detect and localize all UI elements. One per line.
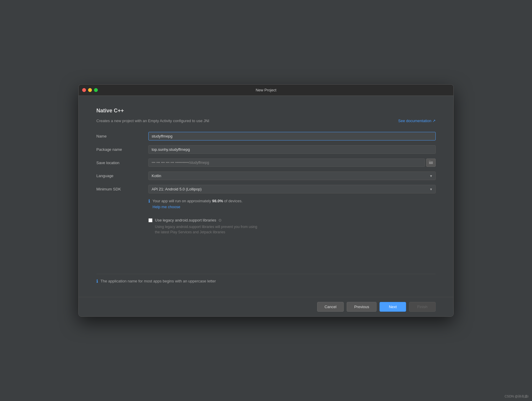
save-location-input[interactable] xyxy=(148,159,425,167)
save-location-wrapper xyxy=(148,159,436,167)
legacy-help-icon[interactable]: ⊙ xyxy=(218,218,222,222)
minimum-sdk-select[interactable]: API 21: Android 5.0 (Lollipop) API 22: A… xyxy=(148,185,436,193)
legacy-checkbox-row: Use legacy android.support libraries ⊙ xyxy=(148,218,436,222)
language-select-wrapper: Kotlin Java ▼ xyxy=(148,172,436,180)
description-row: Creates a new project with an Empty Acti… xyxy=(96,119,436,123)
traffic-lights xyxy=(82,88,98,92)
language-label: Language xyxy=(96,174,144,178)
close-button[interactable] xyxy=(82,88,86,92)
content-area: Native C++ Creates a new project with an… xyxy=(79,96,453,297)
section-title: Native C++ xyxy=(96,108,436,114)
sdk-info-section: ℹ Your app will run on approximately 98.… xyxy=(148,198,436,212)
see-documentation-link[interactable]: See documentation ↗ xyxy=(398,119,436,123)
sdk-info-text: Your app will run on approximately 98.0%… xyxy=(153,198,243,210)
footer-buttons: Cancel Previous Next Finish xyxy=(79,297,453,316)
description-text: Creates a new project with an Empty Acti… xyxy=(96,119,209,123)
minimum-sdk-label: Minimum SDK xyxy=(96,187,144,191)
warning-info-icon: ℹ xyxy=(96,279,98,284)
previous-button[interactable]: Previous xyxy=(347,302,377,312)
bottom-warning: ℹ The application name for most apps beg… xyxy=(96,274,436,288)
window-title: New Project xyxy=(256,88,276,92)
legacy-checkbox-section: Use legacy android.support libraries ⊙ U… xyxy=(148,218,436,235)
minimize-button[interactable] xyxy=(88,88,92,92)
titlebar: New Project xyxy=(79,85,453,96)
finish-button[interactable]: Finish xyxy=(409,302,436,312)
legacy-checkbox-description: Using legacy android.support libraries w… xyxy=(155,224,436,235)
legacy-checkbox-label: Use legacy android.support libraries xyxy=(155,218,216,222)
legacy-support-checkbox[interactable] xyxy=(148,218,153,222)
sdk-text-after: of devices. xyxy=(223,199,243,203)
name-input[interactable] xyxy=(148,132,436,140)
package-name-input[interactable] xyxy=(148,145,436,154)
maximize-button[interactable] xyxy=(94,88,98,92)
minimum-sdk-select-wrapper: API 21: Android 5.0 (Lollipop) API 22: A… xyxy=(148,185,436,193)
sdk-percentage: 98.0% xyxy=(212,199,223,203)
package-name-label: Package name xyxy=(96,147,144,152)
sdk-text-before: Your app will run on approximately xyxy=(153,199,212,203)
watermark: CSDN @孙先森i xyxy=(505,394,528,399)
name-label: Name xyxy=(96,134,144,138)
form-grid: Name Package name Save location Language xyxy=(96,132,436,235)
cancel-button[interactable]: Cancel xyxy=(317,302,344,312)
bottom-warning-text: The application name for most apps begin… xyxy=(100,279,216,283)
language-select[interactable]: Kotlin Java xyxy=(148,172,436,180)
save-location-label: Save location xyxy=(96,161,144,165)
sdk-info: ℹ Your app will run on approximately 98.… xyxy=(148,198,436,212)
next-button[interactable]: Next xyxy=(379,302,406,312)
browse-folder-button[interactable] xyxy=(426,159,436,167)
info-icon: ℹ xyxy=(148,198,150,204)
help-me-choose-link[interactable]: Help me choose xyxy=(153,205,180,209)
new-project-window: New Project Native C++ Creates a new pro… xyxy=(78,84,454,317)
